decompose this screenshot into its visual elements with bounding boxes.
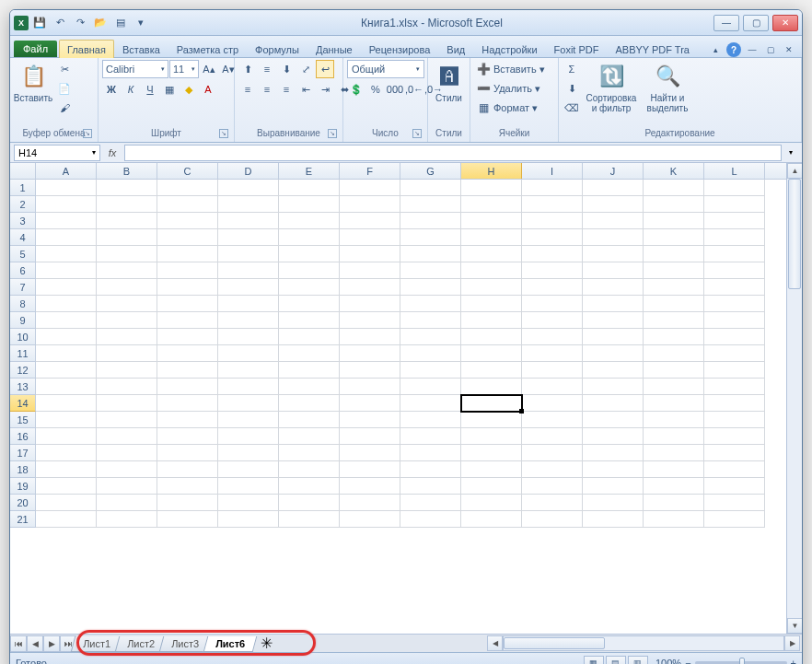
cell-A15[interactable] (36, 412, 97, 428)
cell-G7[interactable] (400, 279, 461, 296)
cell-G19[interactable] (400, 478, 461, 495)
cell-J18[interactable] (583, 461, 644, 478)
workbook-minimize-icon[interactable]: — (745, 43, 760, 56)
sheet-prev-icon[interactable]: ◀ (27, 635, 43, 652)
cell-C5[interactable] (157, 246, 218, 262)
clipboard-launcher[interactable]: ↘ (83, 129, 92, 138)
cell-H16[interactable] (461, 428, 522, 445)
cell-E18[interactable] (279, 461, 340, 478)
cell-C16[interactable] (157, 428, 218, 445)
workbook-close-icon[interactable]: ✕ (782, 43, 796, 56)
cell-D14[interactable] (218, 395, 279, 412)
row-header-13[interactable]: 13 (10, 379, 36, 395)
page-layout-view-icon[interactable]: ▤ (606, 656, 626, 665)
cell-J12[interactable] (583, 362, 644, 379)
cell-I12[interactable] (522, 362, 583, 379)
vertical-scrollbar[interactable]: ▲ ▼ (786, 163, 802, 634)
cell-J5[interactable] (583, 246, 644, 262)
cell-I17[interactable] (522, 445, 583, 461)
clear-icon[interactable]: ⌫ (563, 99, 581, 117)
row-header-21[interactable]: 21 (10, 511, 36, 528)
cell-K8[interactable] (644, 296, 704, 312)
cell-C3[interactable] (157, 213, 218, 229)
cell-F2[interactable] (340, 196, 400, 213)
decrease-indent-icon[interactable]: ⇤ (296, 80, 315, 99)
row-header-2[interactable]: 2 (10, 196, 36, 213)
zoom-in-icon[interactable]: + (791, 658, 796, 665)
cell-I5[interactable] (522, 246, 583, 262)
cell-D7[interactable] (218, 279, 279, 296)
cell-B21[interactable] (97, 511, 157, 528)
ribbon-minimize-icon[interactable]: ▴ (708, 43, 723, 56)
cell-E4[interactable] (279, 229, 340, 246)
sheet-tab-Лист6[interactable]: Лист6 (203, 636, 258, 652)
cell-F9[interactable] (340, 312, 400, 329)
cell-B19[interactable] (97, 478, 157, 495)
cell-G1[interactable] (400, 180, 461, 196)
cell-D1[interactable] (218, 180, 279, 196)
cell-H5[interactable] (461, 246, 522, 262)
cell-D5[interactable] (218, 246, 279, 262)
cell-K4[interactable] (644, 229, 704, 246)
cell-L8[interactable] (704, 296, 765, 312)
cell-E21[interactable] (279, 511, 340, 528)
hscroll-thumb[interactable] (504, 637, 605, 649)
orientation-icon[interactable]: ⤢ (296, 60, 315, 78)
font-name-select[interactable]: Calibri (102, 60, 168, 78)
underline-button[interactable]: Ч (141, 80, 159, 99)
cell-L15[interactable] (704, 412, 765, 428)
cell-J4[interactable] (583, 229, 644, 246)
cell-D17[interactable] (218, 445, 279, 461)
cell-I8[interactable] (522, 296, 583, 312)
row-header-8[interactable]: 8 (10, 296, 36, 312)
cell-B11[interactable] (97, 345, 157, 362)
cell-I7[interactable] (522, 279, 583, 296)
cell-E11[interactable] (279, 345, 340, 362)
cell-I20[interactable] (522, 495, 583, 511)
cell-H10[interactable] (461, 329, 522, 345)
tab-abbyy[interactable]: ABBYY PDF Tra (607, 40, 698, 58)
scroll-left-icon[interactable]: ◀ (487, 635, 503, 651)
select-all-corner[interactable] (10, 163, 36, 179)
cell-K12[interactable] (644, 362, 704, 379)
cell-A10[interactable] (36, 329, 97, 345)
row-header-5[interactable]: 5 (10, 246, 36, 262)
cell-H2[interactable] (461, 196, 522, 213)
cell-K21[interactable] (644, 511, 704, 528)
tab-view[interactable]: Вид (438, 40, 473, 58)
number-format-select[interactable]: Общий (347, 60, 424, 78)
cell-F18[interactable] (340, 461, 400, 478)
cell-A21[interactable] (36, 511, 97, 528)
cell-G18[interactable] (400, 461, 461, 478)
cell-B8[interactable] (97, 296, 157, 312)
align-middle-icon[interactable]: ≡ (258, 60, 276, 78)
percent-icon[interactable]: % (366, 80, 385, 99)
cell-J16[interactable] (583, 428, 644, 445)
cell-A8[interactable] (36, 296, 97, 312)
paste-button[interactable]: 📋 Вставить (14, 60, 52, 103)
cell-F4[interactable] (340, 229, 400, 246)
italic-button[interactable]: К (122, 80, 140, 99)
cell-I21[interactable] (522, 511, 583, 528)
cell-H3[interactable] (461, 213, 522, 229)
cell-H20[interactable] (461, 495, 522, 511)
cell-G17[interactable] (400, 445, 461, 461)
cell-A4[interactable] (36, 229, 97, 246)
cell-A20[interactable] (36, 495, 97, 511)
row-header-16[interactable]: 16 (10, 428, 36, 445)
column-header-B[interactable]: B (97, 163, 157, 179)
cell-I4[interactable] (522, 229, 583, 246)
cell-I15[interactable] (522, 412, 583, 428)
undo-icon[interactable]: ↶ (51, 14, 69, 32)
cell-G11[interactable] (400, 345, 461, 362)
cell-A2[interactable] (36, 196, 97, 213)
cell-C19[interactable] (157, 478, 218, 495)
cell-C18[interactable] (157, 461, 218, 478)
wrap-text-icon[interactable]: ↩ (316, 60, 334, 78)
cell-G8[interactable] (400, 296, 461, 312)
cell-F21[interactable] (340, 511, 400, 528)
cell-D16[interactable] (218, 428, 279, 445)
cell-C1[interactable] (157, 180, 218, 196)
cell-D9[interactable] (218, 312, 279, 329)
cell-L19[interactable] (704, 478, 765, 495)
